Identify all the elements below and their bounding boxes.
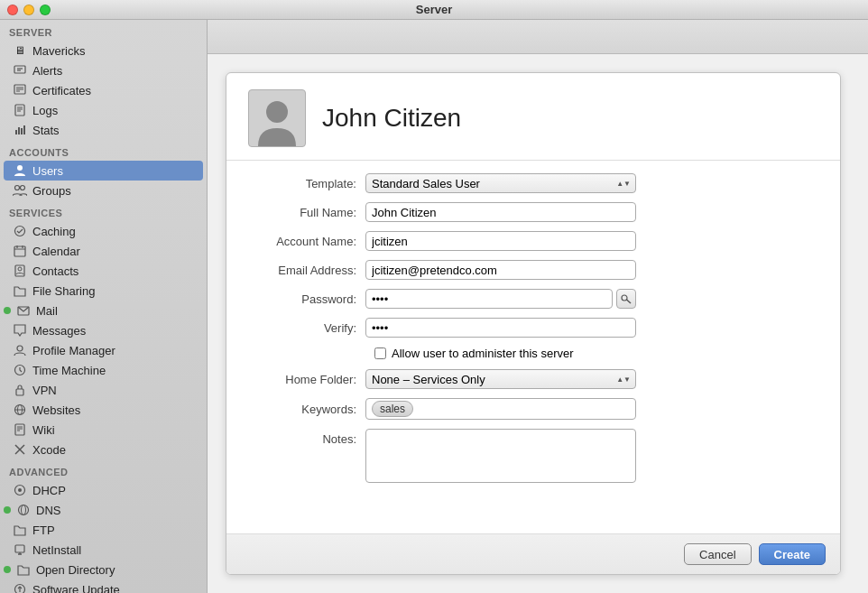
svg-point-40 <box>19 505 29 515</box>
messages-icon <box>13 323 27 338</box>
sidebar-item-label: Messages <box>32 324 86 338</box>
template-label: Template: <box>248 177 365 190</box>
sidebar-item-groups[interactable]: Groups <box>0 181 207 200</box>
minimize-button[interactable] <box>23 5 34 15</box>
svg-point-51 <box>622 295 627 301</box>
sidebar-item-label: File Sharing <box>32 284 95 298</box>
open-directory-icon <box>16 562 31 577</box>
fullname-row: Full Name: <box>248 202 818 222</box>
fullname-input[interactable] <box>365 202 636 222</box>
svg-rect-28 <box>16 389 23 395</box>
form-body: Template: Standard Sales User Administra… <box>226 161 840 533</box>
fullname-control <box>365 202 636 222</box>
calendar-icon <box>13 244 27 258</box>
svg-rect-11 <box>15 130 17 134</box>
ftp-icon <box>13 523 27 537</box>
sidebar-item-calendar[interactable]: Calendar <box>0 241 207 261</box>
sidebar-item-profile-manager[interactable]: Profile Manager <box>0 340 207 360</box>
accounts-section-header: ACCOUNTS <box>0 140 207 161</box>
sidebar-item-label: Profile Manager <box>32 344 115 357</box>
caching-icon <box>13 224 27 238</box>
content-area: John Citizen Template: Standard Sales Us… <box>208 20 868 593</box>
svg-point-26 <box>17 346 23 351</box>
sidebar-item-netinstall[interactable]: NetInstall <box>0 540 207 560</box>
window-title: Server <box>416 3 452 16</box>
sidebar-item-messages[interactable]: Messages <box>0 320 207 340</box>
template-select[interactable]: Standard Sales User Administrator Standa… <box>365 173 636 193</box>
sidebar-item-ftp[interactable]: FTP <box>0 520 207 540</box>
create-button[interactable]: Create <box>759 543 826 565</box>
sidebar-item-label: Websites <box>32 403 80 417</box>
email-input[interactable] <box>365 260 636 280</box>
notes-row: Notes: <box>248 429 818 483</box>
sidebar-item-logs[interactable]: Logs <box>0 100 207 120</box>
sidebar-item-label: Mavericks <box>32 44 86 58</box>
sidebar-item-wiki[interactable]: Wiki <box>0 420 207 440</box>
account-input[interactable] <box>365 231 636 251</box>
opendirectory-active-dot <box>4 566 11 573</box>
logs-icon <box>13 103 27 117</box>
notes-textarea[interactable] <box>365 429 636 483</box>
password-row: Password: <box>248 289 818 309</box>
account-label: Account Name: <box>248 235 365 248</box>
keywords-field[interactable]: sales <box>365 398 636 420</box>
vpn-icon <box>13 383 27 397</box>
profile-manager-icon <box>13 343 27 357</box>
sidebar-item-software-update[interactable]: Software Update <box>0 579 207 593</box>
svg-point-15 <box>17 165 23 171</box>
maximize-button[interactable] <box>40 5 51 15</box>
sidebar-item-label: DNS <box>36 504 60 517</box>
sidebar-item-xcode[interactable]: Xcode <box>0 440 207 459</box>
password-input[interactable] <box>365 289 613 309</box>
user-header: John Citizen <box>226 73 840 161</box>
sidebar-item-mail-wrapper: Mail <box>0 301 207 320</box>
home-folder-select[interactable]: None – Services Only Default Custom <box>365 369 636 389</box>
sidebar-item-dhcp[interactable]: DHCP <box>0 480 207 500</box>
sidebar-item-label: Contacts <box>32 264 78 278</box>
sidebar-item-websites[interactable]: Websites <box>0 400 207 420</box>
keyword-tag: sales <box>372 401 413 417</box>
sidebar-item-open-directory[interactable]: Open Directory <box>0 560 207 579</box>
sidebar-item-contacts[interactable]: Contacts <box>0 261 207 281</box>
software-update-icon <box>13 582 27 593</box>
sidebar-item-label: Stats <box>32 124 60 137</box>
sidebar-item-users[interactable]: Users <box>4 161 203 181</box>
sidebar-item-label: Software Update <box>32 583 120 594</box>
sidebar-item-mail[interactable]: Mail <box>0 301 207 320</box>
admin-checkbox[interactable] <box>374 347 386 359</box>
sidebar-item-label: Users <box>32 164 63 178</box>
computer-icon: 🖥 <box>13 43 27 58</box>
cancel-button[interactable]: Cancel <box>684 543 751 565</box>
cert-icon <box>13 83 27 97</box>
verify-input[interactable] <box>365 318 636 338</box>
sidebar-item-file-sharing[interactable]: File Sharing <box>0 281 207 301</box>
svg-point-18 <box>15 227 25 236</box>
svg-rect-14 <box>23 125 25 134</box>
home-folder-select-wrapper: None – Services Only Default Custom ▲▼ <box>365 369 636 389</box>
stats-icon <box>13 123 27 137</box>
svg-line-52 <box>627 300 632 303</box>
sidebar-item-certificates[interactable]: Certificates <box>0 80 207 100</box>
template-row: Template: Standard Sales User Administra… <box>248 173 818 193</box>
sidebar-item-alerts[interactable]: Alerts <box>0 60 207 80</box>
sidebar-item-dns-wrapper: DNS <box>0 500 207 520</box>
close-button[interactable] <box>7 5 18 15</box>
key-button[interactable] <box>616 289 636 309</box>
fullname-label: Full Name: <box>248 206 365 219</box>
keywords-row: Keywords: sales <box>248 398 818 420</box>
dns-icon <box>16 503 31 517</box>
sidebar-item-vpn[interactable]: VPN <box>0 380 207 400</box>
notes-label: Notes: <box>248 429 365 446</box>
sidebar-item-label: Wiki <box>32 423 55 437</box>
account-control <box>365 231 636 251</box>
wiki-icon <box>13 422 27 437</box>
advanced-section-header: ADVANCED <box>0 459 207 480</box>
sidebar-item-caching[interactable]: Caching <box>0 221 207 241</box>
sidebar-item-mavericks[interactable]: 🖥 Mavericks <box>0 41 207 60</box>
sidebar-item-label: NetInstall <box>32 543 81 557</box>
sidebar-item-time-machine[interactable]: Time Machine <box>0 360 207 380</box>
sidebar-item-stats[interactable]: Stats <box>0 120 207 140</box>
sidebar-item-dns[interactable]: DNS <box>0 500 207 520</box>
form-panel: John Citizen Template: Standard Sales Us… <box>226 72 841 575</box>
svg-rect-32 <box>15 424 24 435</box>
